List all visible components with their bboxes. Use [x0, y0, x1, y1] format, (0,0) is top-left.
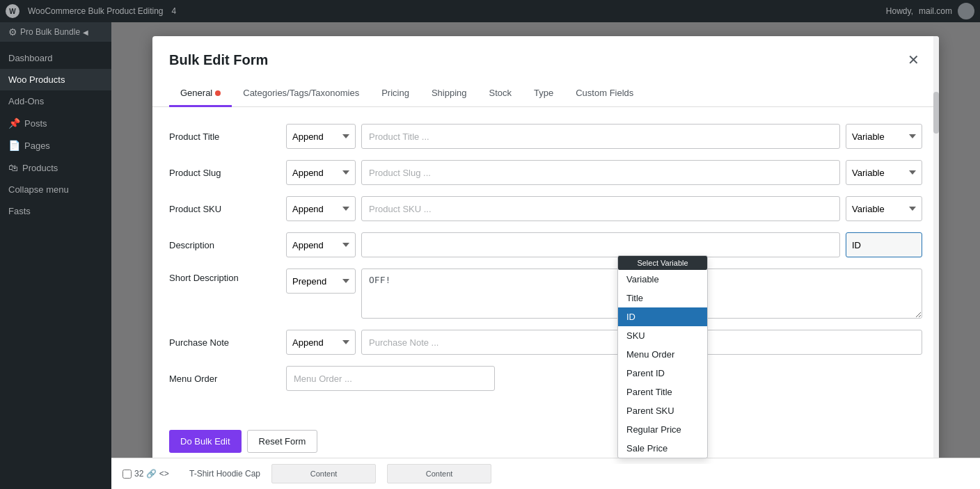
modal-overlay: Bulk Edit Form ✕ General Categories/Tags… [111, 22, 980, 489]
wp-logo[interactable]: W [6, 4, 19, 18]
sidebar-item-dashboard[interactable]: Dashboard [0, 47, 111, 69]
menu-order-input[interactable] [286, 366, 495, 391]
short-description-action[interactable]: Prepend Append Replace [286, 268, 356, 294]
description-row: Description Append Prepend Replace {id} … [169, 232, 922, 257]
modal-close-button[interactable]: ✕ [905, 50, 922, 70]
product-slug-variable[interactable]: Variable ID SKU [846, 160, 922, 185]
product-slug-action[interactable]: Append Prepend Replace [286, 160, 356, 185]
site-title[interactable]: WooCommerce Bulk Product Editing [28, 6, 164, 16]
sidebar-item-pages[interactable]: 📄 Pages [0, 134, 111, 157]
description-input[interactable]: {id} [361, 232, 840, 257]
bottom-cell-2[interactable]: Content [387, 464, 491, 483]
admin-bar: W WooCommerce Bulk Product Editing 4 How… [0, 0, 980, 22]
sidebar-item-fasts[interactable]: Fasts [0, 200, 111, 222]
product-slug-label: Product Slug [169, 168, 280, 178]
variable-dropdown-popup: Select Variable Variable Title ID SKU Me… [617, 255, 708, 458]
modal-header: Bulk Edit Form ✕ [152, 36, 939, 70]
product-title-input[interactable] [361, 124, 840, 149]
menu-order-row: Menu Order [169, 366, 922, 391]
description-action[interactable]: Append Prepend Replace [286, 232, 356, 257]
dropdown-option-regular-price[interactable]: Regular Price [618, 420, 707, 439]
tab-general[interactable]: General [169, 81, 232, 107]
modal-tabs: General Categories/Tags/Taxonomies Prici… [152, 81, 939, 107]
notif-count[interactable]: 4 [172, 6, 177, 16]
product-sku-input[interactable] [361, 196, 840, 221]
bottom-checkbox[interactable] [122, 470, 132, 479]
user-avatar[interactable] [958, 3, 974, 19]
tab-stock[interactable]: Stock [478, 81, 523, 107]
product-slug-row: Product Slug Append Prepend Replace Vari… [169, 160, 922, 185]
product-sku-action[interactable]: Append Prepend Replace [286, 196, 356, 221]
short-description-row: Short Description Prepend Append Replace… [169, 268, 922, 319]
tab-shipping[interactable]: Shipping [420, 81, 478, 107]
dropdown-option-id[interactable]: ID [618, 307, 707, 326]
modal-body: Product Title Append Prepend Replace Var… [152, 107, 939, 419]
modal-scrollbar[interactable] [933, 36, 939, 464]
description-variable[interactable]: ID Variable Title SKU [846, 232, 922, 257]
admin-bar-right: Howdy, mail.com [886, 3, 974, 19]
description-label: Description [169, 240, 280, 250]
tab-dot [215, 90, 221, 96]
dropdown-option-parent-title[interactable]: Parent Title [618, 383, 707, 401]
product-sku-row: Product SKU Append Prepend Replace Varia… [169, 196, 922, 221]
bottom-cell-1[interactable]: Content [271, 464, 376, 483]
sidebar-item-products[interactable]: 🛍 Products [0, 157, 111, 179]
tab-type[interactable]: Type [523, 81, 564, 107]
purchase-note-row: Purchase Note Append Prepend Replace [169, 330, 922, 355]
product-title-label: Product Title [169, 131, 280, 142]
product-title-action[interactable]: Append Prepend Replace [286, 124, 356, 149]
tab-pricing[interactable]: Pricing [370, 81, 420, 107]
reset-form-button[interactable]: Reset Form [247, 430, 318, 453]
product-title-row: Product Title Append Prepend Replace Var… [169, 124, 922, 149]
short-description-label: Short Description [169, 268, 280, 283]
wp-icon: W [6, 4, 19, 18]
tab-categories[interactable]: Categories/Tags/Taxonomies [232, 81, 370, 107]
product-sku-variable[interactable]: Variable ID SKU [846, 196, 922, 221]
product-sku-label: Product SKU [169, 204, 280, 214]
pro-bulk-bundle[interactable]: ⚙ Pro Bulk Bundle ◀ [0, 22, 111, 42]
bottom-bar: 32 🔗 <> T-Shirt Hoodie Cap Content Conte… [111, 458, 980, 489]
bulk-edit-modal: Bulk Edit Form ✕ General Categories/Tags… [152, 36, 939, 464]
sidebar: ⚙ Pro Bulk Bundle ◀ Dashboard Woo Produc… [0, 22, 111, 489]
sidebar-section [0, 42, 111, 47]
sidebar-item-addons[interactable]: Add-Ons [0, 90, 111, 112]
tab-custom-fields[interactable]: Custom Fields [564, 81, 645, 107]
product-title-variable[interactable]: Variable ID SKU [846, 124, 922, 149]
sidebar-item-woo-products[interactable]: Woo Products [0, 69, 111, 90]
menu-order-label: Menu Order [169, 374, 280, 384]
dropdown-option-sku[interactable]: SKU [618, 326, 707, 345]
dropdown-option-parent-id[interactable]: Parent ID [618, 364, 707, 383]
bottom-checkbox-cell: 32 🔗 <> [122, 469, 178, 479]
dropdown-option-menu-order[interactable]: Menu Order [618, 345, 707, 364]
purchase-note-label: Purchase Note [169, 337, 280, 348]
purchase-note-action[interactable]: Append Prepend Replace [286, 330, 356, 355]
modal-title: Bulk Edit Form [169, 52, 268, 68]
sidebar-item-collapse[interactable]: Collapse menu [0, 179, 111, 200]
dropdown-option-sale-price[interactable]: Sale Price [618, 439, 707, 458]
dropdown-option-parent-sku[interactable]: Parent SKU [618, 401, 707, 420]
do-bulk-edit-button[interactable]: Do Bulk Edit [169, 430, 242, 453]
dropdown-option-variable[interactable]: Variable [618, 270, 707, 289]
sidebar-item-posts[interactable]: 📌 Posts [0, 112, 111, 134]
scrollbar-thumb [933, 92, 939, 134]
dropdown-option-title[interactable]: Title [618, 289, 707, 307]
product-slug-input[interactable] [361, 160, 840, 185]
dropdown-tooltip: Select Variable [618, 256, 707, 270]
